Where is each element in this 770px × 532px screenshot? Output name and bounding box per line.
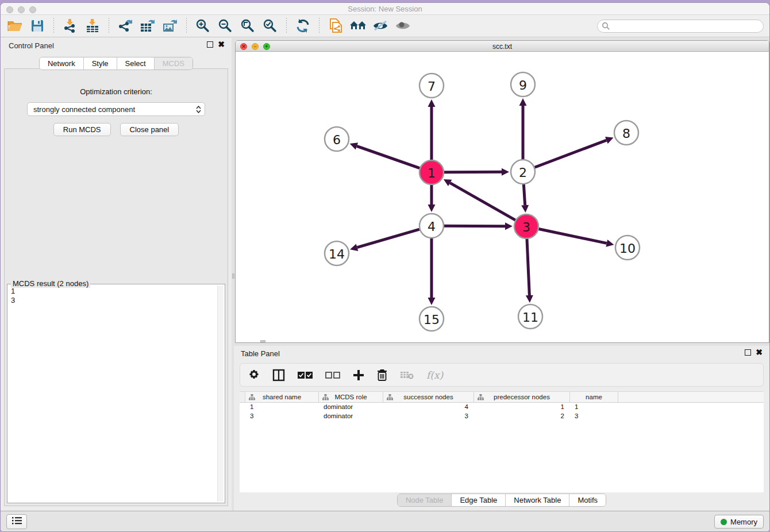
edge-3-11[interactable]	[526, 239, 533, 303]
close-panel-icon[interactable]: ✖	[218, 41, 225, 48]
edge-2-8[interactable]	[535, 137, 614, 167]
graph-node-14[interactable]: 14	[325, 241, 349, 265]
column-header-name[interactable]: name	[570, 392, 618, 402]
table-tab-motifs[interactable]: Motifs	[569, 494, 606, 506]
network-view-window: ✕ − + scc.txt 7968124314101511	[235, 40, 769, 343]
float-panel-icon[interactable]	[207, 41, 213, 48]
edge-4-14[interactable]	[350, 229, 419, 251]
search-input[interactable]	[597, 20, 764, 33]
graph-node-4[interactable]: 4	[419, 214, 444, 238]
table-row[interactable]: 1dominator411	[240, 403, 764, 412]
graph-node-8[interactable]: 8	[614, 121, 638, 145]
memory-button[interactable]: Memory	[714, 515, 764, 529]
column-header-shared-name[interactable]: shared name	[245, 392, 319, 402]
graph-node-10[interactable]: 10	[615, 236, 640, 260]
show-columns-icon[interactable]	[272, 369, 285, 381]
export-image-icon[interactable]	[161, 18, 179, 34]
add-row-icon[interactable]	[353, 369, 364, 381]
graph-node-1[interactable]: 1	[419, 160, 444, 184]
result-scrollbar[interactable]	[217, 286, 224, 502]
splitter-handle[interactable]	[232, 273, 234, 279]
graph-node-15[interactable]: 15	[419, 307, 444, 331]
edge-1-6[interactable]	[350, 142, 420, 168]
mcds-result-list[interactable]: 1 3	[9, 286, 217, 502]
table-cell-mcds-role[interactable]: dominator	[319, 412, 383, 421]
task-history-button[interactable]	[6, 514, 27, 529]
graph-node-9[interactable]: 9	[511, 72, 535, 97]
tab-style[interactable]: Style	[84, 57, 117, 70]
svg-text:4: 4	[428, 219, 436, 234]
edge-4-3[interactable]	[444, 222, 513, 230]
settings-icon[interactable]	[248, 369, 260, 381]
table-cell-predecessor-nodes[interactable]: 2	[474, 412, 570, 421]
close-panel-button[interactable]: Close panel	[120, 123, 179, 136]
float-table-panel-icon[interactable]	[745, 349, 751, 356]
search-field	[597, 20, 764, 33]
table-cell-mcds-role[interactable]: dominator	[319, 403, 383, 412]
horizontal-splitter-handle[interactable]	[260, 340, 265, 342]
edge-2-3[interactable]	[521, 184, 529, 213]
export-table-icon[interactable]	[139, 18, 156, 34]
show-all-icon[interactable]	[394, 18, 411, 34]
tab-select[interactable]: Select	[117, 57, 155, 70]
table-cell-successor-nodes[interactable]: 4	[383, 403, 474, 412]
edge-3-10[interactable]	[539, 229, 614, 247]
select-all-icon[interactable]	[298, 371, 313, 379]
table-cell-name[interactable]: 3	[570, 412, 618, 421]
first-neighbors-icon[interactable]	[349, 18, 367, 34]
control-panel-header: Control Panel ✖	[1, 38, 232, 53]
graph-node-7[interactable]: 7	[419, 74, 444, 98]
deselect-all-icon[interactable]	[325, 371, 340, 379]
network-canvas[interactable]: 7968124314101511	[236, 52, 769, 342]
tab-mcds[interactable]: MCDS	[155, 57, 192, 70]
save-session-icon[interactable]	[29, 18, 46, 34]
toolbar-separator	[109, 18, 109, 34]
table-cell-successor-nodes[interactable]: 3	[383, 412, 474, 421]
table-tab-edge-table[interactable]: Edge Table	[452, 494, 506, 506]
table-cell-predecessor-nodes[interactable]: 1	[474, 403, 570, 412]
column-header-successor-nodes[interactable]: successor nodes	[383, 392, 474, 402]
table-tab-network-table[interactable]: Network Table	[506, 494, 569, 506]
run-mcds-button[interactable]: Run MCDS	[53, 123, 111, 136]
zoom-fit-icon[interactable]	[239, 18, 256, 34]
table-panel-header: Table Panel ✖	[234, 346, 769, 361]
graph-node-6[interactable]: 6	[325, 127, 349, 151]
edge-1-7[interactable]	[428, 99, 436, 160]
column-header-label: MCDS role	[334, 394, 367, 400]
edge-1-2[interactable]	[444, 168, 509, 176]
table-panel-title: Table Panel	[241, 349, 280, 358]
zoom-in-icon[interactable]	[194, 18, 211, 34]
apply-layout-icon[interactable]	[294, 18, 311, 34]
export-network-icon[interactable]	[117, 18, 134, 34]
hide-selected-icon[interactable]	[372, 18, 389, 34]
table-cell-shared-name[interactable]: 1	[245, 403, 319, 412]
svg-text:10: 10	[619, 241, 636, 256]
criterion-select[interactable]: strongly connected component	[27, 102, 205, 116]
arrowhead-icon	[521, 205, 529, 213]
zoom-selected-icon[interactable]	[261, 18, 279, 34]
table-row[interactable]: 3dominator323	[240, 412, 764, 421]
table-tab-node-table[interactable]: Node Table	[398, 494, 452, 506]
edge-2-9[interactable]	[519, 98, 527, 159]
graph-node-3[interactable]: 3	[514, 214, 538, 238]
graph-node-11[interactable]: 11	[518, 304, 542, 329]
import-table-icon[interactable]	[84, 18, 101, 34]
import-network-icon[interactable]	[61, 18, 79, 34]
toolbar-separator	[286, 18, 287, 34]
svg-text:11: 11	[522, 310, 538, 325]
memory-status-icon	[721, 519, 727, 525]
column-header-predecessor-nodes[interactable]: predecessor nodes	[474, 392, 570, 402]
table-cell-name[interactable]: 1	[570, 403, 618, 412]
delete-rows-icon[interactable]	[377, 369, 387, 381]
table-cell-shared-name[interactable]: 3	[245, 412, 319, 421]
clone-network-icon[interactable]	[327, 18, 344, 34]
edge-4-15[interactable]	[428, 238, 436, 305]
tab-network[interactable]: Network	[40, 57, 84, 70]
edge-3-1[interactable]	[444, 179, 515, 220]
open-session-icon[interactable]	[6, 18, 24, 34]
graph-node-2[interactable]: 2	[511, 160, 535, 184]
edge-1-4[interactable]	[428, 185, 436, 212]
zoom-out-icon[interactable]	[217, 18, 234, 34]
close-table-panel-icon[interactable]: ✖	[756, 349, 763, 356]
column-header-mcds-role[interactable]: MCDS role	[319, 392, 383, 402]
